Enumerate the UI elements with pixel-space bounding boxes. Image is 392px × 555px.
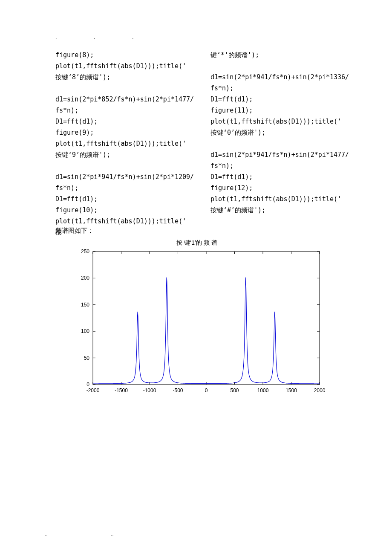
- svg-text:1000: 1000: [257, 387, 269, 393]
- svg-text:0: 0: [86, 382, 89, 387]
- code-left-column: figure(8); plot(t1,fftshift(abs(D1)));ti…: [55, 49, 194, 238]
- svg-text:2000: 2000: [314, 387, 325, 393]
- svg-text:-1000: -1000: [143, 387, 156, 393]
- svg-text:0: 0: [205, 387, 208, 393]
- svg-text:-2000: -2000: [86, 387, 100, 393]
- svg-text:250: 250: [81, 249, 89, 254]
- svg-text:50: 50: [84, 355, 90, 361]
- svg-rect-1: [93, 251, 320, 384]
- svg-text:-500: -500: [173, 387, 183, 393]
- svg-text:1500: 1500: [285, 387, 297, 393]
- footer-dots: ....: [45, 531, 177, 538]
- svg-text:200: 200: [81, 275, 89, 281]
- spectrum-chart: 按 键‘1’的 频 谱-2000-1500-1000-5000500100015…: [69, 239, 325, 402]
- svg-text:500: 500: [230, 387, 239, 393]
- code-right-column: 键‘*’的频谱'); d1=sin(2*pi*941/fs*n)+sin(2*p…: [210, 49, 349, 238]
- svg-text:-1500: -1500: [115, 387, 128, 393]
- figure-caption: 频谱图如下：: [55, 227, 94, 235]
- svg-text:按 键‘1’的 频 谱: 按 键‘1’的 频 谱: [176, 239, 217, 246]
- header-dots: ...: [55, 34, 170, 41]
- svg-text:150: 150: [81, 302, 89, 308]
- svg-text:100: 100: [81, 328, 89, 334]
